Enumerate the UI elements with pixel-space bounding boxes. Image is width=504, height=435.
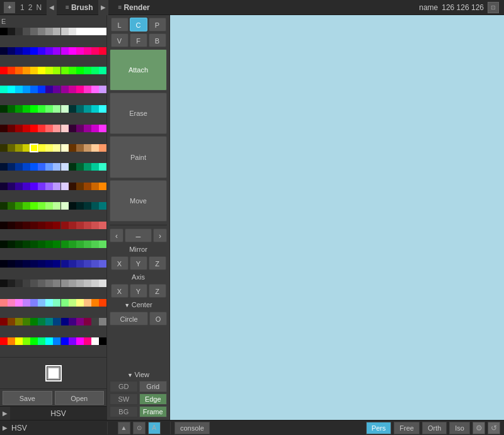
color-cell-40[interactable] (91, 67, 99, 74)
color-cell-96[interactable] (91, 144, 99, 152)
color-cell-210[interactable] (0, 318, 8, 325)
color-cell-198[interactable] (15, 299, 23, 307)
color-cell-112[interactable] (0, 183, 8, 190)
mirror-y-btn[interactable]: Y (130, 256, 147, 270)
color-cell-121[interactable] (69, 183, 76, 190)
color-cell-193[interactable] (84, 280, 91, 287)
a-button[interactable]: A (148, 422, 161, 434)
color-cell-132[interactable] (45, 202, 53, 210)
color-cell-236[interactable] (91, 337, 99, 345)
color-cell-1[interactable] (8, 28, 15, 35)
color-cell-145[interactable] (38, 222, 45, 229)
color-cell-234[interactable] (76, 337, 84, 345)
color-cell-212[interactable] (15, 318, 23, 325)
color-cell-134[interactable] (61, 202, 69, 210)
color-cell-127[interactable] (8, 202, 15, 210)
color-cell-181[interactable] (99, 260, 106, 268)
color-cell-69[interactable] (99, 105, 106, 113)
color-cell-84[interactable] (0, 144, 8, 152)
color-cell-214[interactable] (30, 318, 38, 325)
brush-f-btn[interactable]: F (130, 33, 147, 47)
camera-icon[interactable]: ⊙ (133, 422, 146, 434)
color-cell-131[interactable] (38, 202, 45, 210)
color-cell-160[interactable] (45, 240, 53, 248)
color-cell-67[interactable] (84, 105, 91, 113)
color-cell-70[interactable] (0, 125, 8, 132)
color-cell-226[interactable] (15, 337, 23, 345)
color-cell-172[interactable] (30, 260, 38, 268)
frame-button[interactable]: Frame (139, 406, 168, 417)
orth-tab[interactable]: Orth (422, 422, 447, 434)
color-cell-100[interactable] (15, 163, 23, 171)
color-cell-48[interactable] (45, 86, 53, 93)
save-button[interactable]: Save (3, 391, 52, 405)
color-cell-130[interactable] (30, 202, 38, 210)
edge-button[interactable]: Edge (139, 393, 168, 405)
color-cell-230[interactable] (45, 337, 53, 345)
color-cell-153[interactable] (99, 222, 106, 229)
color-cell-213[interactable] (23, 318, 30, 325)
color-cell-207[interactable] (84, 299, 91, 307)
color-cell-122[interactable] (76, 183, 84, 190)
color-cell-108[interactable] (76, 163, 84, 171)
color-cell-90[interactable] (45, 144, 53, 152)
color-cell-43[interactable] (8, 86, 15, 93)
open-button[interactable]: Open (55, 391, 105, 405)
color-cell-215[interactable] (38, 318, 45, 325)
refresh-icon[interactable]: ↺ (488, 422, 500, 434)
settings-icon[interactable]: ⚙ (472, 422, 485, 434)
color-cell-176[interactable] (61, 260, 69, 268)
color-cell-179[interactable] (84, 260, 91, 268)
tab-left-arrow[interactable]: ◀ (47, 0, 57, 15)
brush-c-btn[interactable]: C (130, 18, 147, 31)
color-cell-208[interactable] (91, 299, 99, 307)
color-cell-19[interactable] (38, 47, 45, 55)
color-cell-26[interactable] (91, 47, 99, 55)
nav-dash-btn[interactable]: – (125, 229, 152, 242)
color-cell-237[interactable] (99, 337, 106, 345)
color-cell-126[interactable] (0, 202, 8, 210)
color-cell-140[interactable] (0, 222, 8, 229)
color-cell-171[interactable] (23, 260, 30, 268)
color-cell-92[interactable] (61, 144, 69, 152)
color-cell-133[interactable] (53, 202, 60, 210)
color-cell-71[interactable] (8, 125, 15, 132)
color-cell-110[interactable] (91, 163, 99, 171)
color-cell-10[interactable] (76, 28, 84, 35)
color-cell-138[interactable] (91, 202, 99, 210)
color-cell-16[interactable] (15, 47, 23, 55)
color-cell-25[interactable] (84, 47, 91, 55)
up-arrow-icon[interactable]: ▲ (118, 422, 130, 434)
color-cell-109[interactable] (84, 163, 91, 171)
mirror-x-btn[interactable]: X (111, 256, 129, 270)
color-cell-218[interactable] (61, 318, 69, 325)
color-cell-99[interactable] (8, 163, 15, 171)
color-cell-148[interactable] (61, 222, 69, 229)
color-cell-235[interactable] (84, 337, 91, 345)
color-cell-5[interactable] (38, 28, 45, 35)
color-cell-175[interactable] (53, 260, 60, 268)
paint-button[interactable]: Paint (110, 136, 167, 178)
color-cell-80[interactable] (76, 125, 84, 132)
axis-y-btn[interactable]: Y (130, 284, 147, 298)
attach-button[interactable]: Attach (110, 49, 167, 91)
color-cell-223[interactable] (99, 318, 106, 325)
color-cell-22[interactable] (61, 47, 69, 55)
color-cell-64[interactable] (61, 105, 69, 113)
color-cell-32[interactable] (30, 67, 38, 74)
color-cell-200[interactable] (30, 299, 38, 307)
color-cell-220[interactable] (76, 318, 84, 325)
color-cell-201[interactable] (38, 299, 45, 307)
color-cell-178[interactable] (76, 260, 84, 268)
color-cell-89[interactable] (38, 144, 45, 152)
color-cell-135[interactable] (69, 202, 76, 210)
color-cell-185[interactable] (23, 280, 30, 287)
color-cell-203[interactable] (53, 299, 60, 307)
color-cell-87[interactable] (23, 144, 30, 152)
color-cell-81[interactable] (84, 125, 91, 132)
color-cell-2[interactable] (15, 28, 23, 35)
color-cell-77[interactable] (53, 125, 60, 132)
pers-tab[interactable]: Pers (366, 422, 392, 434)
color-cell-224[interactable] (0, 337, 8, 345)
color-cell-118[interactable] (45, 183, 53, 190)
